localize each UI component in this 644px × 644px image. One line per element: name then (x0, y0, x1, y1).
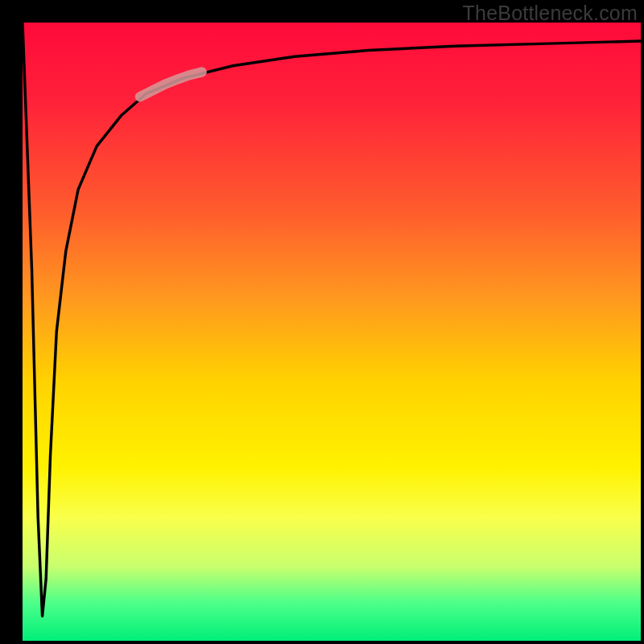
bottleneck-curve (23, 23, 641, 616)
curve-layer (23, 23, 641, 641)
highlight-segment (140, 72, 202, 97)
plot-area (23, 23, 641, 641)
chart-frame: TheBottleneck.com (0, 0, 644, 644)
watermark-label: TheBottleneck.com (463, 2, 638, 25)
